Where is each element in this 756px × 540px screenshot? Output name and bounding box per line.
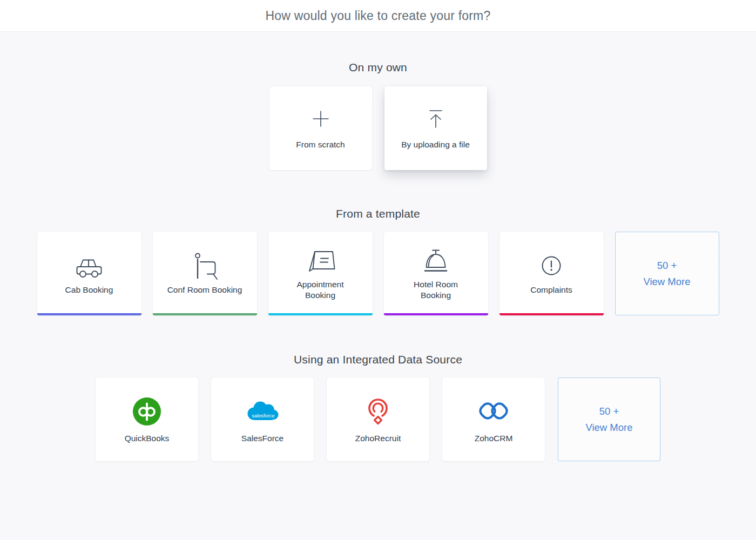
section-on-my-own: On my own From scratch B [0,61,756,170]
data-source-card-row: QuickBooks salesforce Sa [0,377,756,461]
data-source-view-more-card[interactable]: 50 + View More [558,377,660,461]
zoho-recruit-logo [364,395,392,428]
view-more-count: 50 + [599,403,619,420]
on-my-own-heading: On my own [0,61,756,74]
exclamation-circle-icon [539,252,564,279]
zoho-crm-logo [477,395,510,428]
from-template-heading: From a template [0,207,756,220]
view-more-label: View More [585,420,632,436]
quickbooks-logo [131,395,163,428]
card-label: Hotel Room Booking [398,279,474,301]
car-icon [73,252,105,279]
section-integrated-data-source: Using an Integrated Data Source QuickBoo… [0,353,756,461]
card-accent-bar [500,313,604,315]
card-label: By uploading a file [401,139,470,150]
template-view-more-card[interactable]: 50 + View More [615,232,719,315]
card-label: From scratch [296,139,345,150]
card-label: QuickBooks [125,433,170,444]
upload-arrow-icon [426,107,446,131]
card-complaints[interactable]: Complaints [500,232,604,315]
card-zoho-recruit[interactable]: ZohoRecruit [327,377,429,461]
card-zoho-crm[interactable]: ZohoCRM [442,377,545,461]
integrated-source-heading: Using an Integrated Data Source [0,353,756,366]
card-from-scratch[interactable]: From scratch [269,86,372,170]
card-accent-bar [384,313,488,315]
salesforce-logo-text: salesforce [252,413,274,418]
card-label: Appointment Booking [282,279,359,301]
view-more-label: View More [643,274,690,290]
card-upload-file[interactable]: By uploading a file [384,86,487,170]
template-card-row: Cab Booking Conf Room Booking [0,232,756,315]
topbar: How would you like to create your form? [0,0,756,32]
card-salesforce[interactable]: salesforce SalesForce [211,377,314,461]
card-cab-booking[interactable]: Cab Booking [37,232,141,315]
card-label: Complaints [530,285,572,295]
card-conf-room-booking[interactable]: Conf Room Booking [153,232,257,315]
card-label: Conf Room Booking [167,285,242,295]
card-label: ZohoRecruit [355,433,401,444]
presenter-icon [191,252,218,279]
on-my-own-card-row: From scratch By uploading a file [0,86,756,170]
card-quickbooks[interactable]: QuickBooks [96,377,198,461]
card-label: SalesForce [241,433,284,444]
card-accent-bar [153,313,257,315]
card-accent-bar [268,313,373,315]
salesforce-logo: salesforce [245,395,280,428]
card-appointment-booking[interactable]: Appointment Booking [268,232,373,315]
card-accent-bar [37,313,141,315]
view-more-count: 50 + [657,258,677,274]
main-content: On my own From scratch B [0,61,756,461]
card-label: Cab Booking [65,285,113,295]
plus-icon [310,107,331,131]
service-bell-icon [422,247,450,274]
section-from-template: From a template Cab Booking [0,207,756,315]
page-title: How would you like to create your form? [266,9,491,23]
card-label: ZohoCRM [475,433,513,444]
card-hotel-room-booking[interactable]: Hotel Room Booking [384,232,488,315]
tent-card-icon [305,247,336,274]
